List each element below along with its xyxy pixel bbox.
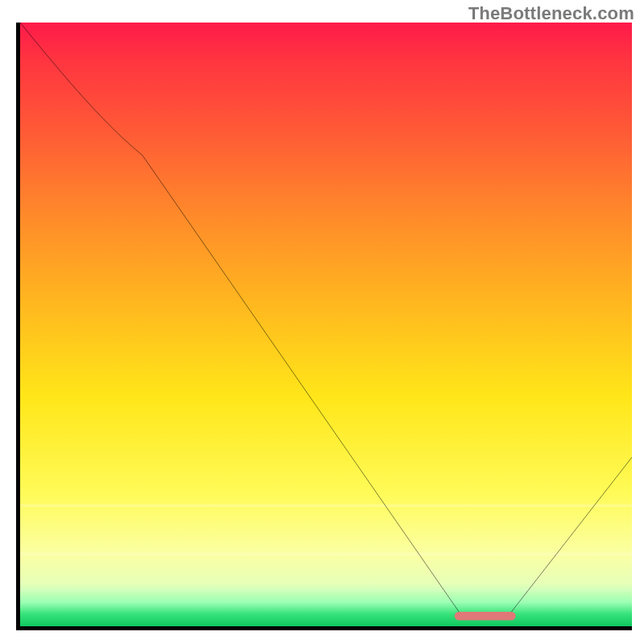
watermark-text: TheBottleneck.com — [469, 3, 634, 24]
sweet-spot-bar — [455, 612, 516, 621]
chart-container: TheBottleneck.com — [0, 0, 644, 644]
plot-area — [16, 23, 632, 630]
bottleneck-curve — [20, 23, 632, 614]
chart-svg — [20, 23, 632, 626]
